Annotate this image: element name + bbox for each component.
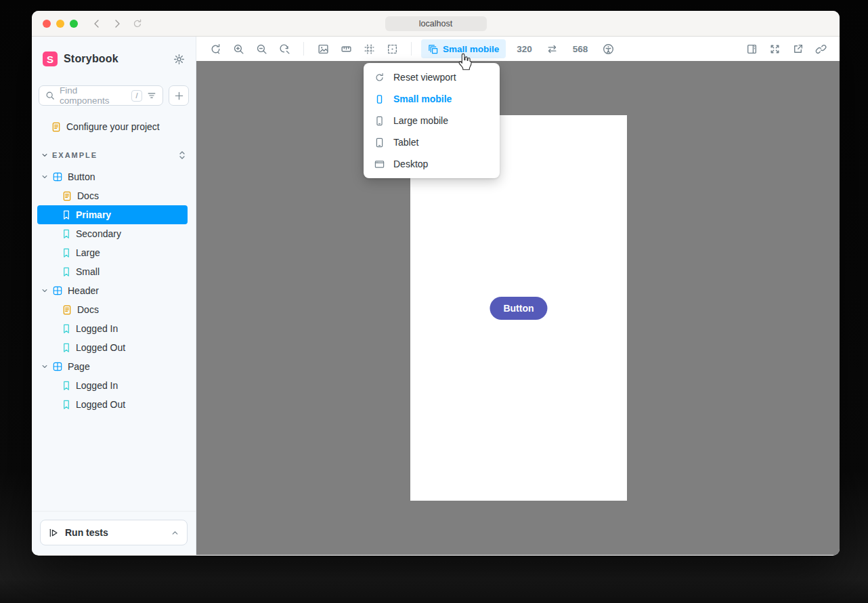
outline-button[interactable] [383, 40, 402, 58]
sidebar-story-page-logged-in[interactable]: Logged In [37, 376, 188, 395]
addons-panel-icon [746, 43, 758, 55]
component-icon [53, 286, 62, 295]
sidebar-story-primary[interactable]: Primary [37, 205, 188, 224]
component-label: Header [68, 286, 99, 295]
zoom-in-button[interactable] [229, 40, 248, 58]
document-icon [62, 305, 72, 315]
sidebar-story-small[interactable]: Small [37, 262, 188, 281]
menu-item-reset-viewport[interactable]: Reset viewport [364, 66, 500, 88]
run-tests-button[interactable]: Run tests [40, 520, 188, 545]
rotate-viewport-button[interactable] [543, 40, 562, 58]
sidebar-doc-button-docs[interactable]: Docs [37, 186, 188, 205]
doc-label: Docs [77, 305, 99, 314]
component-tree: Button Docs Primary Secondary Large [32, 167, 196, 414]
bookmark-icon [62, 210, 70, 220]
link-icon [815, 43, 827, 55]
grid-button[interactable] [360, 40, 378, 58]
canvas-toolbar: Small mobile 320 568 [196, 37, 840, 61]
story-label: Large [76, 248, 100, 257]
sidebar-story-secondary[interactable]: Secondary [37, 224, 188, 243]
story-label: Logged In [76, 381, 118, 390]
back-button[interactable] [91, 18, 102, 29]
sidebar-component-header[interactable]: Header [37, 281, 188, 300]
fullscreen-button[interactable] [765, 40, 784, 58]
expand-tests-button[interactable] [171, 529, 179, 537]
reload-icon [132, 18, 143, 29]
minimize-window-button[interactable] [56, 20, 64, 28]
measure-button[interactable] [337, 40, 355, 58]
document-icon [51, 122, 61, 132]
bookmark-icon [62, 267, 70, 277]
chevron-down-icon [41, 152, 48, 159]
menu-item-small-mobile[interactable]: Small mobile [364, 88, 500, 110]
viewport-icon [428, 44, 438, 54]
sidebar-component-button[interactable]: Button [37, 167, 188, 186]
background-button[interactable] [313, 40, 332, 58]
search-input[interactable]: Find components / [39, 85, 163, 106]
sidebar-component-page[interactable]: Page [37, 357, 188, 376]
doc-label: Docs [77, 191, 99, 201]
viewport-width-value[interactable]: 320 [510, 44, 539, 54]
forward-button[interactable] [112, 18, 123, 29]
menu-item-tablet[interactable]: Tablet [364, 131, 500, 153]
story-label: Primary [76, 210, 111, 220]
sidebar-story-header-logged-in[interactable]: Logged In [37, 319, 188, 338]
search-shortcut-badge: / [131, 90, 142, 102]
settings-button[interactable] [173, 54, 185, 65]
collapse-all-button[interactable] [178, 150, 186, 160]
toolbar-separator [303, 42, 304, 56]
sidebar: S Storybook Find components / [32, 37, 196, 555]
maximize-window-button[interactable] [70, 20, 78, 28]
remount-icon [210, 43, 221, 55]
chevron-down-icon [41, 173, 48, 180]
sidebar-story-large[interactable]: Large [37, 243, 188, 262]
section-label: EXAMPLE [52, 151, 97, 159]
background-icon [318, 43, 329, 55]
grid-icon [364, 43, 375, 55]
story-label: Small [76, 267, 100, 276]
open-new-tab-icon [792, 43, 804, 55]
zoom-out-button[interactable] [252, 40, 271, 58]
run-tests-icon [49, 528, 59, 538]
viewport-selector-button[interactable]: Small mobile [421, 39, 506, 58]
accessibility-button[interactable] [599, 40, 617, 58]
sidebar-doc-header-docs[interactable]: Docs [37, 300, 188, 319]
addons-panel-button[interactable] [742, 40, 761, 58]
remount-button[interactable] [206, 40, 225, 58]
sidebar-story-header-logged-out[interactable]: Logged Out [37, 338, 188, 357]
zoom-out-icon [256, 43, 267, 55]
filter-icon[interactable] [147, 91, 156, 100]
viewport-height-value[interactable]: 568 [566, 44, 595, 54]
close-window-button[interactable] [43, 20, 51, 28]
create-story-button[interactable] [169, 85, 189, 106]
copy-link-button[interactable] [811, 40, 830, 58]
story-canvas: Button [196, 61, 840, 555]
chevron-down-icon [41, 287, 48, 294]
chevron-up-icon [171, 529, 179, 537]
menu-item-desktop[interactable]: Desktop [364, 153, 500, 175]
sidebar-section-example[interactable]: EXAMPLE [32, 147, 196, 163]
sidebar-item-configure-project[interactable]: Configure your project [37, 117, 188, 136]
storybook-logo-icon: S [43, 51, 58, 66]
address-bar[interactable]: localhost [385, 16, 487, 31]
forward-arrow-icon [112, 18, 123, 29]
reload-button[interactable] [132, 18, 143, 29]
browser-titlebar: localhost [32, 11, 840, 37]
story-label: Secondary [76, 229, 121, 238]
traffic-lights [43, 20, 78, 28]
menu-item-label: Tablet [393, 137, 418, 148]
plus-icon [174, 91, 184, 101]
bookmark-icon [62, 324, 70, 334]
viewport-selector-label: Small mobile [443, 44, 499, 54]
menu-item-label: Small mobile [393, 93, 452, 104]
zoom-reset-button[interactable] [275, 40, 294, 58]
story-label: Logged In [76, 324, 118, 333]
sidebar-story-page-logged-out[interactable]: Logged Out [37, 395, 188, 414]
document-icon [62, 191, 72, 201]
story-primary-button[interactable]: Button [490, 297, 547, 320]
menu-item-large-mobile[interactable]: Large mobile [364, 110, 500, 131]
open-new-tab-button[interactable] [788, 40, 807, 58]
menu-item-label: Reset viewport [393, 72, 456, 83]
run-tests-label: Run tests [65, 527, 108, 538]
accessibility-icon [603, 43, 614, 55]
